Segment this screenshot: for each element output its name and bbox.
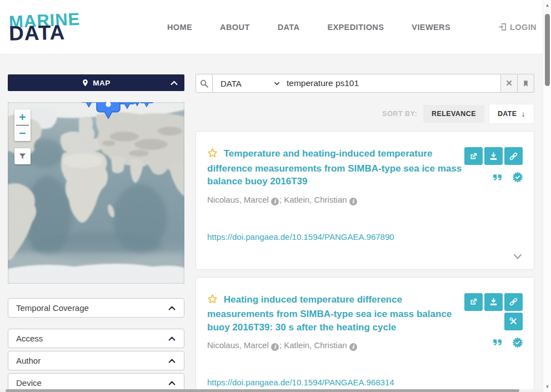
result-card: Temperature and heating-induced temperat…	[196, 131, 534, 270]
bookmark-icon	[522, 79, 529, 88]
author-separator: ;	[279, 340, 282, 350]
authors-line: Nicolaus, Marceli; Katlein, Christiani	[207, 340, 463, 351]
author-name[interactable]: Katlein, Christian	[284, 195, 347, 204]
scrollbar-down-arrow[interactable]: ▼	[543, 384, 551, 389]
authors-line: Nicolaus, Marceli; Katlein, Christiani	[207, 195, 463, 205]
chevron-up-icon	[168, 358, 176, 364]
sort-direction-arrow-icon: ↓	[522, 109, 525, 118]
filter-temporal-coverage[interactable]: Temporal Coverage	[8, 298, 184, 318]
chevron-up-icon[interactable]	[170, 79, 178, 89]
search-scope-select[interactable]: DATA	[213, 74, 287, 92]
filter-author[interactable]: Author	[8, 351, 184, 370]
filter-sidebar: MAP	[8, 54, 184, 392]
citation-quote-icon[interactable]	[493, 338, 503, 347]
author-name[interactable]: Katlein, Christian	[284, 340, 347, 350]
funnel-icon	[18, 152, 27, 160]
main-nav: HOME ABOUT DATA EXPEDITIONS VIEWERS	[167, 23, 450, 32]
author-name[interactable]: Nicolaus, Marcel	[207, 340, 269, 350]
sort-by-label: SORT BY:	[382, 110, 417, 118]
dataset-title-link[interactable]: Temperature and heating-induced temperat…	[207, 147, 463, 188]
map-zoom-in-button[interactable]: +	[14, 109, 31, 125]
map-panel-header[interactable]: MAP	[8, 74, 184, 91]
download-icon	[489, 297, 498, 306]
scrollbar-thumb[interactable]	[545, 14, 550, 86]
filter-label: Access	[16, 334, 43, 343]
dataset-title-text: Heating induced temperature difference m…	[207, 294, 452, 333]
marine-data-logo[interactable]: MARINE DATA	[9, 12, 114, 42]
logo-line-data: DATA	[9, 22, 115, 43]
sort-controls: SORT BY: RELEVANCE DATE ↓	[196, 104, 534, 124]
horizontal-scrollbar[interactable]	[0, 389, 543, 392]
results-area: DATA ✕ SORT BY: RELEVANCE DATE	[196, 54, 534, 392]
search-bookmark-button[interactable]	[518, 74, 534, 93]
login-button[interactable]: LOGIN	[498, 22, 537, 32]
search-icon	[199, 79, 209, 88]
sort-date-label: DATE	[498, 110, 517, 118]
chevron-down-icon	[274, 81, 280, 86]
open-dataset-button[interactable]	[464, 293, 483, 311]
chevron-up-icon	[168, 305, 176, 311]
filter-label: Author	[16, 356, 41, 365]
search-button[interactable]	[196, 74, 213, 93]
search-input[interactable]	[287, 74, 500, 92]
map-panel-title: MAP	[93, 79, 111, 87]
filter-label: Device	[16, 378, 42, 388]
download-button[interactable]	[484, 293, 503, 311]
quality-badge-icon[interactable]	[513, 172, 523, 182]
quality-badge-icon[interactable]	[513, 338, 523, 348]
link-icon	[509, 152, 518, 161]
star-favorite-icon[interactable]	[207, 150, 221, 160]
search-scope-value: DATA	[221, 79, 242, 88]
filter-label: Temporal Coverage	[16, 303, 89, 313]
dataset-title-link[interactable]: Heating induced temperature difference m…	[207, 293, 463, 334]
citation-quote-icon[interactable]	[493, 173, 503, 182]
doi-link[interactable]: https://doi.pangaea.de/10.1594/PANGAEA.9…	[207, 232, 394, 242]
sort-date-button[interactable]: DATE ↓	[489, 104, 534, 124]
scrollbar-up-arrow[interactable]: ▲	[543, 3, 551, 8]
world-map[interactable]: + −	[8, 102, 184, 284]
top-header: MARINE DATA HOME ABOUT DATA EXPEDITIONS …	[0, 0, 551, 54]
expand-result-chevron[interactable]	[207, 253, 523, 260]
nav-expeditions[interactable]: EXPEDITIONS	[327, 23, 384, 32]
chevron-up-icon	[168, 335, 176, 342]
info-icon[interactable]: i	[349, 198, 357, 205]
map-zoom-out-button[interactable]: −	[14, 125, 31, 141]
login-icon	[498, 22, 507, 32]
search-bar: DATA ✕	[196, 74, 534, 93]
external-link-icon	[469, 152, 478, 161]
location-pin-icon	[82, 79, 89, 87]
nav-home[interactable]: HOME	[167, 23, 192, 32]
scrollbar-thumb[interactable]	[6, 389, 519, 392]
filter-access[interactable]: Access	[8, 329, 184, 348]
info-icon[interactable]: i	[349, 343, 357, 351]
copy-link-button[interactable]	[504, 147, 523, 165]
close-icon: ✕	[505, 78, 513, 88]
external-link-icon	[469, 297, 478, 306]
open-dataset-button[interactable]	[464, 147, 483, 165]
info-icon[interactable]: i	[271, 343, 279, 351]
nav-about[interactable]: ABOUT	[220, 23, 250, 32]
nav-data[interactable]: DATA	[278, 23, 300, 32]
search-clear-button[interactable]: ✕	[501, 74, 518, 93]
author-name[interactable]: Nicolaus, Marcel	[207, 195, 269, 204]
download-icon	[489, 152, 498, 161]
doi-link[interactable]: https://doi.pangaea.de/10.1594/PANGAEA.9…	[207, 378, 394, 387]
nav-viewers[interactable]: VIEWERS	[412, 23, 450, 32]
star-favorite-icon[interactable]	[207, 296, 221, 306]
copy-link-button[interactable]	[504, 293, 523, 311]
login-label: LOGIN	[510, 23, 537, 32]
result-card: Heating induced temperature difference m…	[196, 277, 534, 392]
map-filter-button[interactable]	[14, 148, 31, 164]
download-button[interactable]	[484, 147, 503, 165]
author-separator: ;	[279, 195, 282, 204]
world-map-image	[8, 102, 184, 284]
tools-icon	[509, 316, 518, 326]
info-icon[interactable]: i	[271, 198, 279, 205]
tools-button[interactable]	[504, 313, 523, 330]
vertical-scrollbar[interactable]: ▲ ▼	[543, 0, 551, 392]
dataset-title-text: Temperature and heating-induced temperat…	[207, 148, 462, 187]
chevron-up-icon	[168, 380, 176, 386]
link-icon	[509, 297, 518, 306]
sort-relevance-button[interactable]: RELEVANCE	[423, 105, 484, 123]
